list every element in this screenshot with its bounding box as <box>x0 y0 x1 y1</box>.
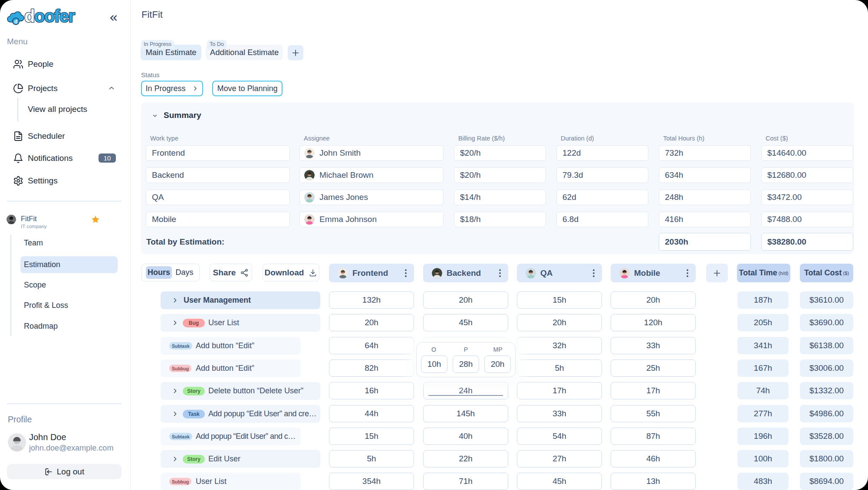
svg-text:d: d <box>14 19 17 25</box>
svg-text:oofer: oofer <box>34 7 75 26</box>
svg-text:d: d <box>24 7 34 26</box>
